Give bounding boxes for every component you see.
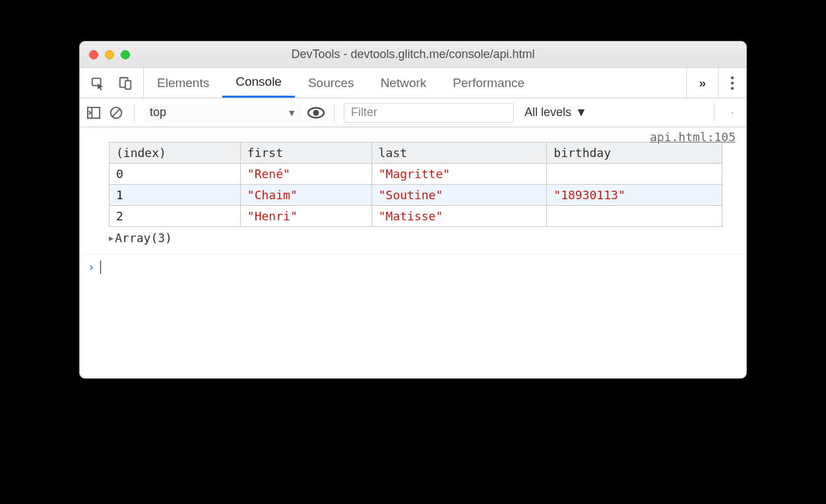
cell-birthday: "18930113" bbox=[547, 185, 722, 206]
cell-last: "Matisse" bbox=[371, 206, 547, 227]
tab-elements[interactable]: Elements bbox=[144, 68, 222, 98]
col-index[interactable]: (index) bbox=[110, 142, 241, 164]
cell-last: "Magritte" bbox=[371, 164, 547, 185]
tab-performance[interactable]: Performance bbox=[439, 68, 538, 98]
console-sidebar-toggle-icon[interactable] bbox=[85, 106, 102, 119]
tabs-overflow-button[interactable]: » bbox=[686, 68, 718, 98]
cell-index: 1 bbox=[110, 185, 241, 206]
inspect-element-icon[interactable] bbox=[89, 76, 106, 90]
cell-first: "Chaim" bbox=[240, 185, 371, 206]
cell-last: "Soutine" bbox=[371, 185, 547, 206]
devtools-menu-button[interactable] bbox=[718, 68, 746, 98]
table-row: 0 "René" "Magritte" bbox=[110, 164, 722, 185]
console-message: api.html:105 (index) first last birthday… bbox=[80, 127, 746, 255]
source-link[interactable]: api.html:105 bbox=[650, 130, 736, 144]
svg-rect-6 bbox=[88, 107, 100, 117]
console-settings-icon[interactable] bbox=[724, 106, 741, 120]
clear-console-icon[interactable] bbox=[108, 106, 125, 120]
svg-point-11 bbox=[313, 110, 319, 115]
console-prompt[interactable]: › bbox=[80, 255, 746, 279]
array-expand-toggle[interactable]: ▶ Array(3) bbox=[109, 231, 738, 245]
console-filter-input[interactable]: Filter bbox=[344, 103, 514, 123]
live-expression-icon[interactable] bbox=[307, 107, 325, 119]
close-window-button[interactable] bbox=[89, 50, 98, 59]
cell-first: "Henri" bbox=[240, 206, 371, 227]
triangle-right-icon: ▶ bbox=[109, 234, 113, 243]
svg-point-4 bbox=[731, 81, 734, 84]
col-first[interactable]: first bbox=[240, 142, 371, 164]
main-tabs: Elements Console Sources Network Perform… bbox=[144, 68, 538, 98]
col-birthday[interactable]: birthday bbox=[547, 142, 722, 164]
device-toggle-icon[interactable] bbox=[117, 76, 134, 90]
table-row: 1 "Chaim" "Soutine" "18930113" bbox=[110, 185, 722, 206]
svg-point-5 bbox=[731, 86, 734, 89]
svg-point-3 bbox=[731, 76, 734, 79]
log-levels-label: All levels bbox=[524, 106, 571, 119]
execution-context-select[interactable]: top ▼ bbox=[144, 104, 302, 121]
svg-line-9 bbox=[113, 109, 120, 116]
main-tab-bar: Elements Console Sources Network Perform… bbox=[80, 68, 746, 98]
svg-rect-0 bbox=[92, 78, 101, 85]
cell-first: "René" bbox=[240, 164, 371, 185]
log-levels-select[interactable]: All levels ▼ bbox=[519, 106, 592, 119]
traffic-lights bbox=[80, 50, 130, 59]
cell-birthday bbox=[547, 206, 722, 227]
execution-context-label: top bbox=[150, 106, 166, 119]
tab-network[interactable]: Network bbox=[367, 68, 440, 98]
array-summary: Array(3) bbox=[115, 231, 172, 245]
cell-index: 2 bbox=[110, 206, 241, 227]
prompt-chevron-icon: › bbox=[88, 260, 95, 274]
inspect-toggle-group bbox=[80, 68, 144, 98]
filter-placeholder: Filter bbox=[351, 106, 377, 119]
cell-index: 0 bbox=[110, 164, 241, 185]
window-title: DevTools - devtools.glitch.me/console/ap… bbox=[80, 47, 746, 61]
zoom-window-button[interactable] bbox=[121, 50, 130, 59]
chevron-down-icon: ▼ bbox=[287, 108, 296, 118]
tab-sources[interactable]: Sources bbox=[295, 68, 367, 98]
devtools-window: DevTools - devtools.glitch.me/console/ap… bbox=[79, 41, 747, 379]
text-cursor bbox=[100, 261, 102, 274]
svg-rect-2 bbox=[125, 80, 131, 89]
cell-birthday bbox=[547, 164, 722, 185]
chevron-down-icon: ▼ bbox=[575, 106, 587, 119]
table-row: 2 "Henri" "Matisse" bbox=[110, 206, 722, 227]
tab-console[interactable]: Console bbox=[222, 68, 295, 98]
col-last[interactable]: last bbox=[371, 142, 547, 164]
console-table: (index) first last birthday 0 "René" "Ma… bbox=[109, 142, 722, 227]
console-output: api.html:105 (index) first last birthday… bbox=[80, 127, 746, 378]
table-header-row: (index) first last birthday bbox=[110, 142, 722, 164]
console-toolbar: top ▼ Filter All levels ▼ bbox=[80, 98, 746, 127]
titlebar: DevTools - devtools.glitch.me/console/ap… bbox=[80, 42, 746, 68]
minimize-window-button[interactable] bbox=[105, 50, 114, 59]
